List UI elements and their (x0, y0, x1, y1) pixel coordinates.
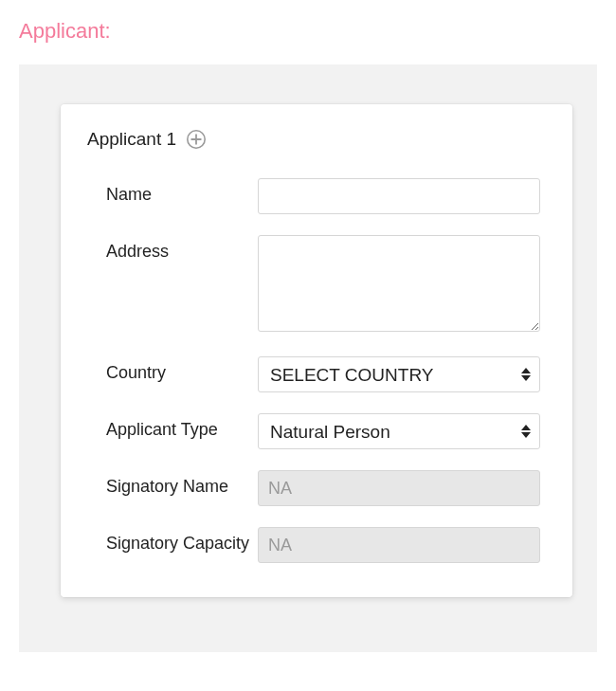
applicant-type-label: Applicant Type (106, 413, 258, 441)
signatory-name-label: Signatory Name (106, 470, 258, 498)
applicant-card: Applicant 1 Name Address (61, 104, 572, 597)
address-label: Address (106, 235, 258, 263)
address-input[interactable] (258, 235, 540, 332)
card-header: Applicant 1 (87, 129, 540, 150)
section-title: Applicant: (19, 19, 597, 44)
country-label: Country (106, 356, 258, 384)
name-input[interactable] (258, 178, 540, 214)
applicant-type-select[interactable]: Natural Person (258, 413, 540, 449)
applicant-panel: Applicant 1 Name Address (19, 64, 597, 652)
plus-circle-icon (186, 129, 207, 150)
signatory-capacity-label: Signatory Capacity (106, 527, 258, 555)
signatory-name-input (258, 470, 540, 506)
country-select[interactable]: SELECT COUNTRY (258, 356, 540, 392)
signatory-capacity-input (258, 527, 540, 563)
add-applicant-button[interactable] (186, 129, 207, 150)
name-label: Name (106, 178, 258, 206)
card-title: Applicant 1 (87, 129, 176, 150)
